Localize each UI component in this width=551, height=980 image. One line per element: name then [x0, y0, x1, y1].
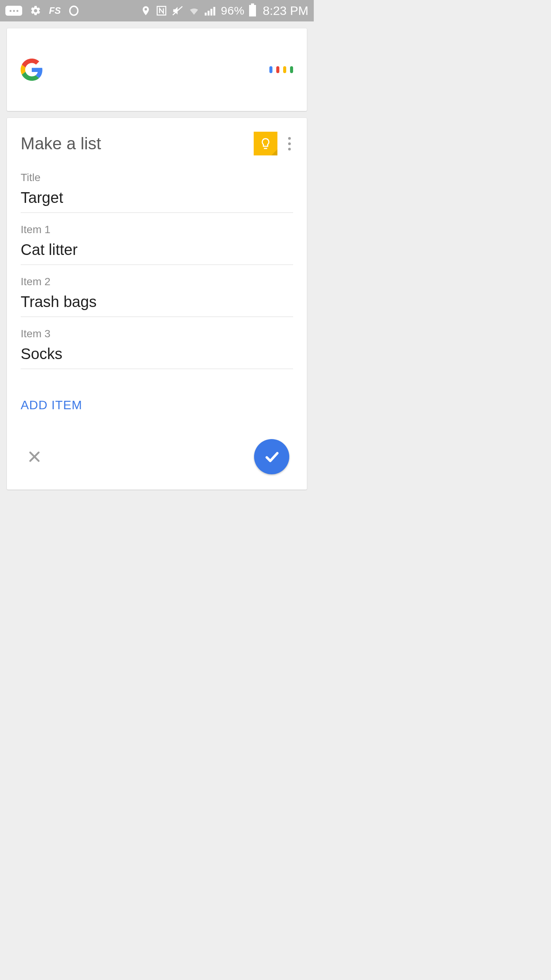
item-2-input[interactable]	[21, 292, 293, 317]
list-card-header: Make a list	[21, 132, 293, 155]
cell-signal-icon	[205, 5, 216, 16]
item-1-field: Item 1	[21, 224, 293, 265]
fs-icon: FS	[49, 5, 61, 16]
checkmark-icon	[263, 448, 280, 465]
google-logo-icon	[21, 59, 43, 81]
list-card-header-actions	[254, 132, 293, 155]
voice-search-icon[interactable]	[269, 66, 293, 73]
google-search-card[interactable]	[7, 28, 307, 111]
close-icon	[27, 449, 42, 464]
svg-point-0	[70, 6, 78, 15]
opera-icon	[68, 5, 79, 16]
more-options-icon[interactable]	[286, 135, 293, 153]
title-field: Title	[21, 172, 293, 213]
wifi-icon	[188, 5, 200, 16]
cancel-button[interactable]	[24, 447, 44, 467]
status-bar-time: 8:23 PM	[263, 4, 308, 18]
item-1-label: Item 1	[21, 224, 293, 236]
notification-badge-icon	[5, 6, 22, 16]
svg-rect-5	[210, 9, 212, 16]
list-card-heading: Make a list	[21, 134, 101, 153]
status-bar: FS 96% 8:23 PM	[0, 0, 314, 21]
status-bar-left: FS	[5, 5, 79, 16]
settings-gear-icon	[30, 5, 41, 16]
add-item-button[interactable]: ADD ITEM	[21, 398, 82, 412]
battery-percentage: 96%	[221, 4, 245, 17]
sound-muted-icon	[172, 5, 183, 16]
battery-icon	[249, 5, 256, 16]
svg-rect-6	[214, 7, 215, 16]
item-3-label: Item 3	[21, 328, 293, 340]
title-field-label: Title	[21, 172, 293, 184]
svg-rect-4	[208, 11, 210, 16]
item-2-field: Item 2	[21, 276, 293, 317]
item-3-input[interactable]	[21, 344, 293, 369]
item-2-label: Item 2	[21, 276, 293, 288]
list-card-actions	[21, 439, 293, 474]
nfc-icon	[156, 5, 167, 16]
location-pin-icon	[140, 5, 151, 17]
status-bar-right: 96% 8:23 PM	[140, 4, 308, 18]
item-1-input[interactable]	[21, 240, 293, 265]
title-input[interactable]	[21, 188, 293, 213]
make-a-list-card: Make a list Title Item 1 Item 2 Item 3 A…	[7, 118, 307, 490]
google-keep-icon[interactable]	[254, 132, 277, 155]
svg-rect-3	[205, 13, 207, 16]
item-3-field: Item 3	[21, 328, 293, 369]
confirm-button[interactable]	[254, 439, 289, 474]
